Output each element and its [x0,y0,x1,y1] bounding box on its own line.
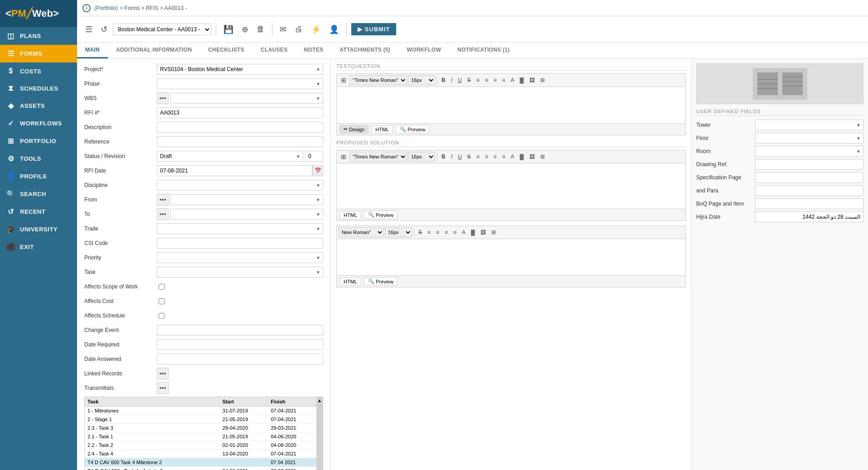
sidebar-item-tools[interactable]: ⚙ TOOLS [0,150,77,168]
discipline-select[interactable] [157,180,323,191]
italic-button[interactable]: I [449,75,455,85]
table-row[interactable]: 2 - Stage 121-05-201907-04-2021 [85,415,316,424]
tab-workflow[interactable]: WORKFLOW [398,43,449,58]
tab-additional[interactable]: ADDITIONAL INFORMATION [108,43,200,58]
tab-checklists[interactable]: CHECKLISTS [200,43,252,58]
save-button[interactable]: 💾 [221,23,236,36]
tab-attachments[interactable]: ATTACHMENTS (5) [331,43,398,58]
align-center-button[interactable]: ≡ [483,75,490,85]
from-dots-button[interactable]: ••• [157,194,169,206]
to-dots-button[interactable]: ••• [157,208,169,220]
table-row[interactable]: 2.4 - Task 413-04-202007-04-2021 [85,450,316,458]
ps-align-center-button[interactable]: ≡ [483,152,490,162]
status-select[interactable]: Draft [157,151,303,162]
table-button[interactable]: ⊞ [538,75,547,85]
underline-button[interactable]: U [456,75,464,85]
third-content[interactable] [337,239,685,275]
transmittals-dots-button[interactable]: ••• [157,382,169,394]
tab-notes[interactable]: NOTES [296,43,331,58]
table-row[interactable]: 2.3 - Task 328-04-202029-03-2021 [85,424,316,432]
add-button[interactable]: ⊕ [239,23,251,36]
ps-font-select[interactable]: "Times New Roman" [349,152,407,162]
spec-para-input[interactable] [755,185,863,196]
boq-input[interactable] [755,198,863,209]
change-event-input[interactable] [157,325,323,336]
ps-html-tab[interactable]: HTML [339,211,361,219]
calendar-icon[interactable]: 📅 [312,165,323,176]
image-button[interactable]: 🖼 [527,75,537,85]
sidebar-item-forms[interactable]: ☰ FORMS [0,45,77,62]
sidebar-item-portfolio[interactable]: ⊞ PORTFOLIO [0,132,77,150]
info-icon[interactable]: i [82,4,91,12]
date-required-input[interactable] [157,339,323,350]
testquestion-font-select[interactable]: "Times New Roman" [349,75,407,85]
from-select[interactable] [170,194,323,205]
ps-format-icon[interactable]: ⊞ [339,152,349,162]
ps-preview-tab[interactable]: 🔍 Preview [364,211,398,219]
table-row[interactable]: 2.2 - Task 202-01-202004-08-2020 [85,441,316,450]
testquestion-preview-tab[interactable]: 🔍 Preview [396,125,429,134]
tower-select[interactable] [755,120,863,130]
ps-italic-button[interactable]: I [449,152,455,162]
task-scrollbar[interactable]: ▲ ▼ [316,397,323,470]
sidebar-item-costs[interactable]: $ COSTS [0,62,77,80]
third-html-tab[interactable]: HTML [339,278,361,286]
font-color-button[interactable]: A [509,75,517,85]
th-table-button[interactable]: ⊞ [489,227,498,237]
spec-page-input[interactable] [755,172,863,183]
testquestion-format-icon[interactable]: ⊞ [339,75,349,85]
bold-button[interactable]: B [439,75,448,85]
ps-align-left-button[interactable]: ≡ [474,152,482,162]
sidebar-item-schedules[interactable]: ⧗ SCHEDULES [0,80,77,97]
tab-main[interactable]: MAIN [77,43,108,58]
th-align-right-button[interactable]: ≡ [442,227,450,237]
ps-align-right-button[interactable]: ≡ [491,152,499,162]
floor-select[interactable] [755,133,863,144]
room-select[interactable] [755,146,863,157]
sidebar-item-search[interactable]: 🔍 SEARCH [0,185,77,203]
rfi-date-input[interactable] [157,165,312,176]
align-right-button[interactable]: ≡ [491,75,499,85]
tab-clauses[interactable]: CLAUSES [252,43,296,58]
trade-select[interactable] [157,223,323,234]
ps-bold-button[interactable]: B [439,152,448,162]
highlight-button[interactable]: ▓ [518,75,526,85]
reference-input[interactable] [157,136,323,147]
phase-select[interactable] [157,78,323,89]
sidebar-item-workflows[interactable]: ✓ WORKFLOWS [0,115,77,132]
task-scroll[interactable]: Task Start Finish 1 - Milestones31-07-20… [85,397,316,470]
th-highlight-button[interactable]: ▓ [469,227,477,237]
table-row[interactable]: T4-D-CAV-500 - Task 4 - Activity 304-02-… [85,467,316,470]
scroll-up-icon[interactable]: ▲ [317,398,322,403]
undo-button[interactable]: ↺ [98,23,110,36]
delete-button[interactable]: 🗑 [254,23,267,36]
email-button[interactable]: ✉ [277,23,289,36]
ps-size-select[interactable]: 16px [408,152,435,162]
align-justify-button[interactable]: ≡ [500,75,508,85]
affects-schedule-checkbox[interactable] [159,313,165,319]
drawing-ref-input[interactable] [755,159,863,170]
lightning-button[interactable]: ⚡ [308,23,324,36]
th-align-left-button[interactable]: ≡ [425,227,433,237]
ps-table-button[interactable]: ⊞ [538,152,547,162]
align-left-button[interactable]: ≡ [474,75,482,85]
ps-highlight-button[interactable]: ▓ [518,152,526,162]
rfi-input[interactable] [157,107,323,118]
record-select[interactable]: Boston Medical Center - AA0013 - [113,24,211,35]
sidebar-item-recent[interactable]: ↺ RECENT [0,203,77,221]
person-button[interactable]: 👤 [326,23,342,36]
wbs-dots-button[interactable]: ••• [157,92,169,104]
csi-input[interactable] [157,238,323,249]
ps-image-button[interactable]: 🖼 [527,152,537,162]
th-align-center-button[interactable]: ≡ [434,227,441,237]
menu-button[interactable]: ☰ [82,23,95,36]
sidebar-item-plans[interactable]: ◫ PLANS [0,27,77,45]
to-select[interactable] [170,209,323,220]
affects-scope-checkbox[interactable] [159,284,165,290]
testquestion-content[interactable] [337,87,685,123]
linked-records-dots-button[interactable]: ••• [157,368,169,379]
hijra-input[interactable] [755,211,863,222]
ps-align-justify-button[interactable]: ≡ [500,152,508,162]
th-strikethrough-button[interactable]: S [416,227,424,237]
project-select[interactable]: RVS0104 - Boston Medical Center [157,64,323,75]
